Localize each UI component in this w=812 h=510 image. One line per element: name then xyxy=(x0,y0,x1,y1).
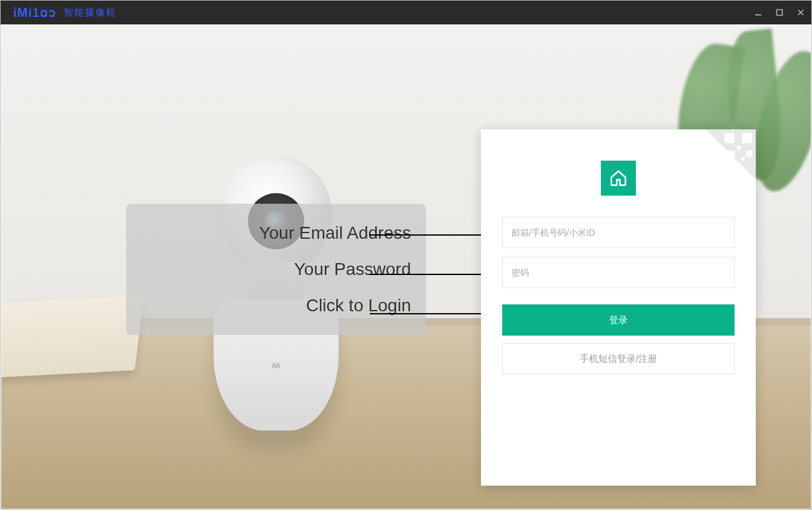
mi-home-icon xyxy=(609,169,628,188)
email-field[interactable] xyxy=(502,217,735,248)
content-area: iMi Your Email Address Your Password Cli… xyxy=(1,24,811,509)
minimize-icon xyxy=(755,9,762,16)
annotation-panel: Your Email Address Your Password Click t… xyxy=(126,204,426,335)
brand: iMi1ɑɔ 智能摄像机 xyxy=(13,5,117,20)
mi-home-logo xyxy=(601,161,636,196)
login-button[interactable]: 登录 xyxy=(502,304,735,336)
qr-icon xyxy=(725,133,752,161)
login-card: 登录 手机短信登录/注册 xyxy=(481,129,756,486)
annotation-email-label: Your Email Address xyxy=(259,223,411,243)
app-window: iMi1ɑɔ 智能摄像机 xyxy=(0,0,812,510)
svg-rect-1 xyxy=(777,10,783,16)
window-controls xyxy=(748,1,811,24)
brand-logo-text: iMi1ɑɔ xyxy=(13,5,56,20)
sms-login-button[interactable]: 手机短信登录/注册 xyxy=(502,343,735,374)
maximize-icon xyxy=(776,9,783,16)
close-button[interactable] xyxy=(790,1,811,24)
password-field[interactable] xyxy=(502,257,735,288)
svg-rect-0 xyxy=(755,14,761,16)
close-icon xyxy=(797,9,805,16)
qr-login-toggle[interactable] xyxy=(706,129,756,179)
login-form: 登录 手机短信登录/注册 xyxy=(481,217,756,374)
maximize-button[interactable] xyxy=(769,1,790,24)
minimize-button[interactable] xyxy=(748,1,769,24)
brand-subtitle: 智能摄像机 xyxy=(64,7,117,19)
titlebar: iMi1ɑɔ 智能摄像机 xyxy=(1,1,811,24)
annotation-password-label: Your Password xyxy=(294,259,411,279)
